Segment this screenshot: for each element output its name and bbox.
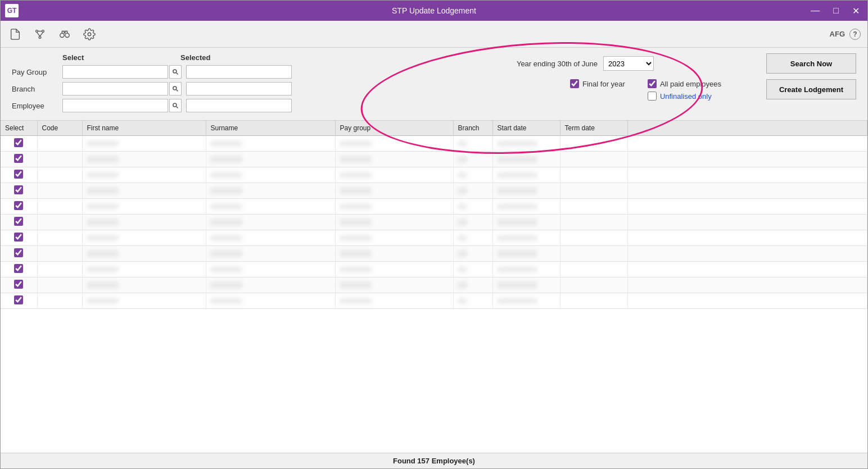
row-cell-branch: XX bbox=[453, 136, 492, 152]
row-select-cell[interactable] bbox=[1, 246, 37, 262]
table-row: XXXXXXXXXXXXXXXXXXXXXXXXX/XX/XXXX bbox=[1, 199, 867, 215]
row-cell-surname: XXXXXXX bbox=[206, 277, 335, 293]
svg-point-7 bbox=[65, 33, 69, 37]
svg-line-12 bbox=[177, 90, 178, 92]
row-cell-start_date: XX/XX/XXXX bbox=[492, 215, 560, 230]
row-select-cell[interactable] bbox=[1, 293, 37, 309]
row-cell-start_date: XX/XX/XXXX bbox=[492, 199, 560, 215]
binoculars-icon[interactable] bbox=[57, 26, 73, 42]
row-checkbox[interactable] bbox=[14, 170, 23, 179]
year-label: Year ending 30th of June bbox=[517, 60, 598, 68]
checkboxes-and-btn: Final for year All paid employees Unfina… bbox=[570, 79, 856, 101]
branch-search-btn[interactable] bbox=[169, 82, 182, 95]
pay-group-selected-input[interactable] bbox=[186, 65, 292, 79]
row-cell-extra bbox=[627, 246, 867, 262]
filter-panel: Select Selected Pay Group Branch bbox=[1, 48, 867, 121]
window-title: STP Update Lodgement bbox=[392, 6, 476, 15]
row-checkbox[interactable] bbox=[14, 154, 23, 163]
toolbar: AFG ? bbox=[1, 21, 867, 48]
status-bar: Found 157 Employee(s) bbox=[1, 453, 867, 468]
branch-selected-input[interactable] bbox=[186, 82, 292, 95]
row-checkbox[interactable] bbox=[14, 201, 23, 210]
row-checkbox[interactable] bbox=[14, 264, 23, 273]
row-cell-branch: XX bbox=[453, 183, 492, 199]
final-for-year-checkbox-label[interactable]: Final for year bbox=[570, 79, 625, 88]
table-wrapper[interactable]: Select Code First name Surname Pay group… bbox=[1, 121, 867, 453]
row-cell-branch: XX bbox=[453, 277, 492, 293]
pay-group-select-input[interactable] bbox=[62, 65, 168, 79]
row-select-cell[interactable] bbox=[1, 152, 37, 167]
title-bar-left: GT bbox=[5, 4, 19, 17]
employee-selected-input[interactable] bbox=[186, 99, 292, 112]
all-paid-employees-checkbox[interactable] bbox=[648, 79, 657, 88]
row-select-cell[interactable] bbox=[1, 199, 37, 215]
right-checkboxes: All paid employees Unfinalised only bbox=[648, 79, 721, 101]
row-cell-code bbox=[37, 246, 82, 262]
employees-table: Select Code First name Surname Pay group… bbox=[1, 121, 867, 309]
svg-point-1 bbox=[42, 30, 44, 32]
row-select-cell[interactable] bbox=[1, 262, 37, 277]
row-checkbox[interactable] bbox=[14, 185, 23, 194]
row-cell-pay_group: XXXXXXX bbox=[335, 199, 453, 215]
table-header-row: Select Code First name Surname Pay group… bbox=[1, 121, 867, 136]
row-select-cell[interactable] bbox=[1, 215, 37, 230]
table-row: XXXXXXXXXXXXXXXXXXXXXXXXX/XX/XXXX bbox=[1, 277, 867, 293]
user-label: AFG bbox=[830, 30, 845, 38]
row-checkbox[interactable] bbox=[14, 295, 23, 304]
table-body: XXXXXXXXXXXXXXXXXXXXXXXXX/XX/XXXXXXXXXXX… bbox=[1, 136, 867, 309]
row-cell-start_date: XX/XX/XXXX bbox=[492, 183, 560, 199]
row-cell-code bbox=[37, 215, 82, 230]
unfinalised-only-checkbox[interactable] bbox=[648, 92, 657, 101]
table-row: XXXXXXXXXXXXXXXXXXXXXXXXX/XX/XXXX bbox=[1, 262, 867, 277]
col-header-paygroup: Pay group bbox=[335, 121, 453, 136]
row-cell-pay_group: XXXXXXX bbox=[335, 293, 453, 309]
employee-label: Employee bbox=[12, 102, 62, 110]
col-header-surname: Surname bbox=[206, 121, 335, 136]
unfinalised-only-checkbox-label[interactable]: Unfinalised only bbox=[648, 92, 721, 101]
row-checkbox[interactable] bbox=[14, 280, 23, 289]
pay-group-search-btn[interactable] bbox=[169, 65, 182, 79]
row-select-cell[interactable] bbox=[1, 277, 37, 293]
row-cell-branch: XX bbox=[453, 262, 492, 277]
row-cell-code bbox=[37, 183, 82, 199]
row-cell-pay_group: XXXXXXX bbox=[335, 262, 453, 277]
row-select-cell[interactable] bbox=[1, 167, 37, 183]
row-cell-pay_group: XXXXXXX bbox=[335, 215, 453, 230]
maximize-button[interactable]: □ bbox=[830, 4, 842, 17]
row-select-cell[interactable] bbox=[1, 136, 37, 152]
branch-label: Branch bbox=[12, 85, 62, 93]
row-cell-term_date bbox=[560, 246, 627, 262]
row-cell-branch: XX bbox=[453, 215, 492, 230]
row-checkbox[interactable] bbox=[14, 248, 23, 257]
all-paid-employees-checkbox-label[interactable]: All paid employees bbox=[648, 79, 721, 88]
minimize-button[interactable]: — bbox=[807, 4, 823, 17]
svg-line-5 bbox=[40, 32, 43, 36]
row-cell-extra bbox=[627, 215, 867, 230]
employee-select-input[interactable] bbox=[62, 99, 168, 112]
svg-point-8 bbox=[88, 33, 91, 36]
row-select-cell[interactable] bbox=[1, 183, 37, 199]
branch-select-input[interactable] bbox=[62, 82, 168, 95]
row-select-cell[interactable] bbox=[1, 230, 37, 246]
close-button[interactable]: ✕ bbox=[849, 4, 863, 17]
settings-icon[interactable] bbox=[82, 26, 97, 42]
row-cell-pay_group: XXXXXXX bbox=[335, 246, 453, 262]
row-checkbox[interactable] bbox=[14, 217, 23, 226]
row-checkbox[interactable] bbox=[14, 233, 23, 242]
final-for-year-checkbox[interactable] bbox=[570, 79, 579, 88]
row-cell-first_name: XXXXXXX bbox=[82, 167, 206, 183]
row-cell-surname: XXXXXXX bbox=[206, 262, 335, 277]
employee-search-btn[interactable] bbox=[169, 99, 182, 112]
document-icon[interactable] bbox=[7, 26, 23, 42]
row-cell-surname: XXXXXXX bbox=[206, 183, 335, 199]
row-cell-extra bbox=[627, 262, 867, 277]
row-cell-start_date: XX/XX/XXXX bbox=[492, 293, 560, 309]
year-select[interactable]: 2020 2021 2022 2023 2024 bbox=[603, 56, 654, 71]
network-icon[interactable] bbox=[32, 26, 48, 42]
create-lodgement-button[interactable]: Create Lodgement bbox=[766, 79, 856, 99]
help-icon[interactable]: ? bbox=[849, 29, 861, 40]
search-now-button[interactable]: Search Now bbox=[766, 53, 856, 74]
row-checkbox[interactable] bbox=[14, 138, 23, 147]
col-header-code: Code bbox=[37, 121, 82, 136]
row-cell-term_date bbox=[560, 277, 627, 293]
